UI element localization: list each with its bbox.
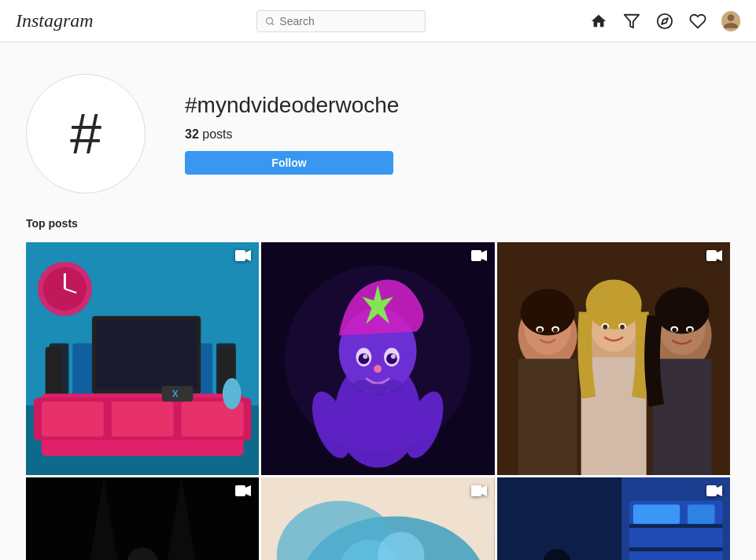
profile-avatar[interactable]	[721, 12, 740, 31]
post-item[interactable]	[261, 477, 494, 560]
hashtag-symbol: #	[70, 105, 101, 162]
svg-rect-75	[497, 242, 730, 475]
follow-button[interactable]: Follow	[185, 151, 393, 175]
video-icon	[235, 250, 251, 261]
svg-text:X: X	[172, 389, 179, 400]
video-icon	[471, 250, 487, 261]
svg-rect-27	[235, 250, 245, 261]
post-item[interactable]	[26, 477, 259, 560]
posts-count: 32 posts	[185, 127, 399, 142]
instagram-logo[interactable]: Instagram	[16, 10, 94, 31]
search-input[interactable]	[279, 15, 417, 28]
svg-marker-102	[481, 485, 487, 496]
svg-marker-48	[481, 250, 487, 261]
search-bar[interactable]	[256, 10, 426, 32]
svg-rect-17	[42, 401, 104, 436]
post-item[interactable]: X	[26, 242, 259, 475]
svg-point-3	[658, 13, 672, 28]
top-posts-label: Top posts	[26, 217, 730, 230]
search-icon	[265, 17, 275, 26]
svg-rect-76	[706, 250, 717, 261]
header-nav	[589, 12, 740, 31]
svg-rect-89	[235, 485, 245, 496]
svg-rect-117	[706, 485, 717, 496]
svg-marker-90	[245, 485, 251, 496]
posts-grid: X	[26, 242, 730, 560]
video-icon	[706, 250, 722, 261]
home-icon[interactable]	[589, 12, 608, 31]
svg-point-46	[285, 266, 471, 452]
post-item[interactable]	[497, 242, 730, 475]
svg-point-26	[223, 378, 242, 410]
svg-marker-2	[625, 14, 639, 28]
feed-icon[interactable]	[622, 12, 641, 31]
post-item[interactable]	[261, 242, 494, 475]
post-item[interactable]	[497, 477, 730, 560]
svg-line-1	[272, 23, 274, 24]
svg-rect-101	[471, 485, 481, 496]
profile-info: #myndvideoderwoche 32 posts Follow	[185, 93, 399, 175]
hashtag-avatar: #	[26, 74, 146, 193]
svg-rect-12	[46, 347, 63, 401]
svg-rect-105	[497, 477, 621, 560]
hashtag-title: #myndvideoderwoche	[185, 93, 399, 118]
svg-rect-10	[96, 320, 197, 389]
svg-marker-28	[245, 250, 251, 261]
svg-marker-118	[717, 485, 722, 496]
header: Instagram	[0, 0, 756, 42]
top-posts-section: Top posts	[10, 217, 746, 560]
svg-rect-18	[112, 401, 174, 436]
svg-marker-77	[717, 250, 722, 261]
video-icon	[235, 485, 251, 496]
profile-section: # #myndvideoderwoche 32 posts Follow	[10, 42, 746, 217]
video-icon	[706, 485, 722, 496]
svg-rect-47	[471, 250, 481, 261]
svg-marker-4	[662, 18, 668, 24]
video-icon	[471, 485, 487, 496]
explore-icon[interactable]	[655, 12, 674, 31]
heart-icon[interactable]	[688, 12, 707, 31]
